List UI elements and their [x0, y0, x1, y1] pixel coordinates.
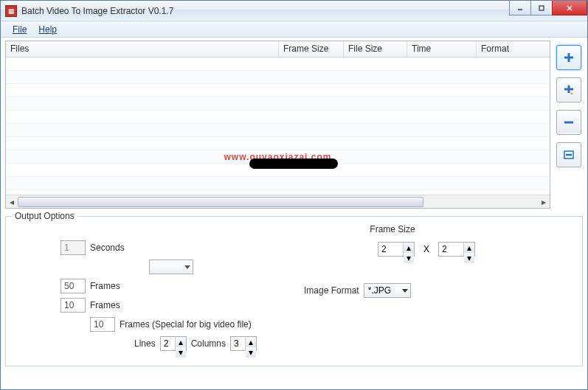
- scroll-right-icon[interactable]: ▸: [538, 196, 550, 208]
- add-folder-button[interactable]: [556, 77, 581, 102]
- seconds-label: Seconds: [90, 243, 125, 253]
- table-row: [6, 71, 550, 84]
- svg-marker-13: [402, 289, 408, 293]
- chevron-up-icon[interactable]: ▴: [176, 337, 186, 347]
- chevron-up-icon[interactable]: ▴: [404, 243, 414, 253]
- remove-all-button[interactable]: [556, 142, 581, 167]
- app-window: ▦ Batch Video To Image Extractor V0.1.7 …: [0, 0, 588, 390]
- menu-help[interactable]: Help: [32, 23, 63, 36]
- chevron-up-icon[interactable]: ▴: [464, 243, 474, 253]
- maximize-button[interactable]: [530, 1, 553, 15]
- plus-star-icon: [562, 83, 575, 97]
- svg-rect-1: [539, 6, 544, 10]
- side-buttons: [550, 41, 583, 209]
- frames1-input[interactable]: 50: [60, 279, 86, 293]
- chevron-up-icon[interactable]: ▴: [246, 337, 256, 347]
- frame-size-title: Frame Size: [304, 224, 481, 234]
- app-icon: ▦: [5, 5, 17, 17]
- minus-all-icon: [562, 148, 575, 161]
- svg-marker-8: [570, 92, 573, 94]
- chevron-down-icon: [184, 264, 190, 270]
- col-format[interactable]: Format: [477, 41, 550, 57]
- chevron-down-icon[interactable]: ▾: [176, 347, 186, 358]
- frames1-label: Frames: [90, 281, 120, 291]
- output-legend: Output Options: [12, 211, 77, 221]
- horizontal-scrollbar[interactable]: ◂ ▸: [6, 195, 550, 208]
- interval-combo[interactable]: [149, 260, 193, 274]
- output-options-group: Output Options 1 Seconds 50 Frames: [5, 216, 583, 366]
- lines-label: Lines: [134, 338, 156, 349]
- scroll-thumb[interactable]: [18, 197, 423, 207]
- minimize-button[interactable]: [509, 1, 531, 15]
- table-header: Files Frame Size File Size Time Format: [6, 41, 550, 58]
- content-area: Files Frame Size File Size Time Format: [1, 38, 587, 389]
- titlebar[interactable]: ▦ Batch Video To Image Extractor V0.1.7: [1, 1, 587, 21]
- col-files[interactable]: Files: [6, 41, 279, 57]
- watermark-text: www.ouyaoxiazai.com: [224, 148, 332, 164]
- image-format-combo[interactable]: *.JPG: [364, 283, 411, 298]
- menu-file[interactable]: File: [7, 23, 32, 36]
- table-row: [6, 84, 550, 97]
- chevron-down-icon[interactable]: ▾: [464, 253, 474, 263]
- frames-special-input[interactable]: 10: [90, 317, 115, 332]
- menubar: File Help: [1, 21, 587, 38]
- frame-width-spinner[interactable]: 2 ▴▾: [378, 242, 415, 257]
- seconds-input[interactable]: 1: [60, 240, 86, 255]
- table-row: [6, 124, 550, 137]
- frames-special-label: Frames (Special for big video file): [120, 319, 252, 330]
- frames2-input[interactable]: 10: [60, 298, 86, 313]
- redaction-mark: [249, 159, 338, 169]
- svg-marker-12: [184, 265, 190, 269]
- chevron-down-icon[interactable]: ▾: [246, 347, 256, 358]
- table-row: [6, 111, 550, 124]
- remove-button[interactable]: [556, 110, 581, 135]
- x-separator: X: [423, 244, 429, 254]
- table-row: [6, 97, 550, 111]
- chevron-down-icon: [402, 288, 408, 293]
- file-table[interactable]: Files Frame Size File Size Time Format: [5, 41, 550, 209]
- table-row: [6, 58, 550, 71]
- chevron-down-icon[interactable]: ▾: [404, 253, 414, 263]
- add-file-button[interactable]: [556, 45, 581, 70]
- image-format-label: Image Format: [304, 285, 359, 296]
- col-time[interactable]: Time: [407, 41, 477, 57]
- window-controls: [510, 1, 587, 21]
- plus-icon: [562, 51, 575, 64]
- scroll-track[interactable]: [18, 197, 538, 207]
- scroll-left-icon[interactable]: ◂: [6, 196, 18, 208]
- lines-spinner[interactable]: 2 ▴▾: [160, 336, 187, 351]
- col-filesize[interactable]: File Size: [344, 41, 407, 57]
- columns-label: Columns: [191, 338, 226, 349]
- window-title: Batch Video To Image Extractor V0.1.7: [21, 6, 510, 16]
- col-framesize[interactable]: Frame Size: [279, 41, 344, 57]
- frames2-label: Frames: [90, 300, 120, 310]
- columns-spinner[interactable]: 3 ▴▾: [230, 336, 257, 351]
- close-button[interactable]: [552, 1, 587, 15]
- table-body[interactable]: www.ouyaoxiazai.com: [6, 58, 550, 195]
- frame-height-spinner[interactable]: 2 ▴▾: [438, 242, 475, 257]
- table-row: [6, 177, 550, 190]
- minus-icon: [562, 116, 575, 129]
